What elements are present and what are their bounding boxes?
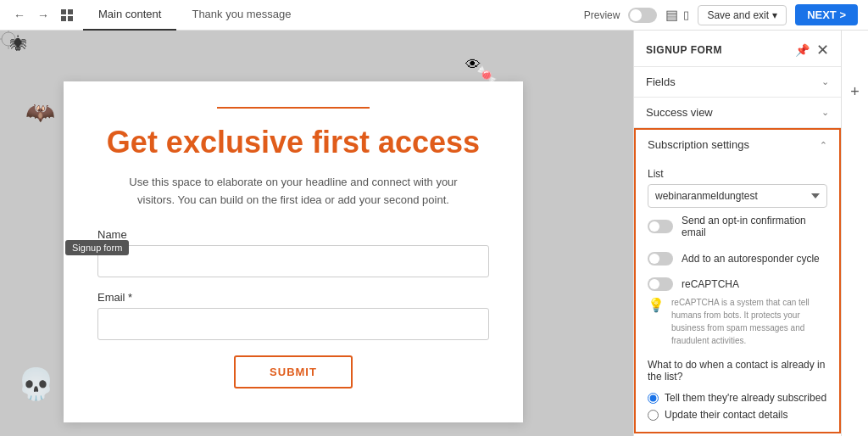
recaptcha-bulb-icon: 💡	[648, 297, 665, 313]
next-button[interactable]: NEXT >	[795, 4, 858, 25]
radio-already-label: Tell them they're already subscribed	[665, 392, 826, 404]
tab-thank-you[interactable]: Thank you message	[176, 0, 306, 31]
radio-update-contact[interactable]	[648, 410, 659, 421]
subscription-settings-label: Subscription settings	[648, 138, 749, 151]
tab-main-content[interactable]: Main content	[83, 0, 176, 31]
email-label: Email *	[97, 291, 489, 304]
form-subtext: Use this space to elaborate on your head…	[115, 174, 471, 210]
recaptcha-toggle[interactable]	[648, 277, 673, 291]
subscription-settings-header[interactable]: Subscription settings ⌄	[636, 130, 839, 159]
recaptcha-desc-row: 💡 reCAPTCHA is a system that can tell hu…	[648, 296, 827, 354]
subscription-chevron-icon: ⌄	[820, 139, 827, 150]
recaptcha-label: reCAPTCHA	[682, 278, 739, 290]
success-chevron-icon: ⌄	[821, 107, 829, 118]
topbar-right: Preview ▤ ▯ Save and exit ▾ NEXT >	[584, 4, 858, 25]
canvas-background: 🕷 🎃 🦇 🍬 🍭 💀 👁 Signup form Get exclusive …	[0, 31, 633, 436]
submit-button[interactable]: SUBMIT	[234, 355, 353, 388]
radio-update-label: Update their contact details	[665, 409, 787, 421]
right-panel: SIGNUP FORM 📌 ✕ Fields ⌄ Success view ⌄ …	[633, 31, 841, 436]
preview-toggle[interactable]	[628, 8, 657, 23]
eye-deco: 👁	[465, 56, 481, 74]
svg-rect-0	[61, 9, 66, 14]
save-exit-button[interactable]: Save and exit ▾	[698, 5, 787, 25]
forward-icon[interactable]: →	[34, 6, 53, 25]
desktop-icon[interactable]: ▤	[665, 7, 678, 23]
optin-toggle-row: Send an opt-in confirmation email	[648, 208, 827, 245]
svg-point-4	[2, 32, 15, 46]
device-icons: ▤ ▯	[665, 7, 689, 23]
skull-deco: 💀	[17, 366, 55, 402]
list-select[interactable]: webinaranmeldungtest	[648, 184, 827, 208]
panel-title: SIGNUP FORM	[646, 44, 722, 56]
form-card: Get exclusive first access Use this spac…	[64, 81, 523, 422]
success-view-header[interactable]: Success view ⌄	[634, 98, 841, 127]
radio-already-subscribed[interactable]	[648, 393, 659, 404]
email-field-group: Email *	[97, 291, 489, 340]
panel-header-icons: 📌 ✕	[795, 41, 829, 59]
autoresponder-toggle[interactable]	[648, 252, 673, 266]
panel-header: SIGNUP FORM 📌 ✕	[634, 31, 841, 67]
subscription-content: List webinaranmeldungtest Send an opt-in…	[636, 159, 839, 432]
canvas-area: 🕷 🎃 🦇 🍬 🍭 💀 👁 Signup form Get exclusive …	[0, 31, 633, 436]
list-label: List	[648, 168, 827, 180]
topbar: ← → Main content Thank you message Previ…	[0, 0, 868, 31]
radio-update-row: Update their contact details	[648, 406, 827, 423]
submit-wrap: SUBMIT	[97, 355, 489, 388]
back-icon[interactable]: ←	[10, 6, 29, 25]
subscription-settings-section: Subscription settings ⌄ List webinaranme…	[634, 128, 841, 433]
fields-section-label: Fields	[646, 75, 676, 88]
fields-section: Fields ⌄	[634, 67, 841, 98]
pin-icon[interactable]: 📌	[795, 43, 810, 57]
name-label: Name	[97, 228, 489, 241]
form-headline: Get exclusive first access	[97, 124, 489, 160]
topbar-left: ← → Main content Thank you message	[10, 0, 307, 31]
name-field-group: Name	[97, 228, 489, 277]
spider-deco: 🕷	[10, 35, 27, 54]
recaptcha-toggle-row: reCAPTCHA	[648, 272, 827, 296]
fields-chevron-icon: ⌄	[821, 76, 829, 87]
fields-section-header[interactable]: Fields ⌄	[634, 67, 841, 97]
svg-rect-2	[61, 16, 66, 21]
bat-deco: 🦇	[25, 98, 55, 126]
signup-form-tooltip: Signup form	[65, 240, 129, 255]
close-icon[interactable]: ✕	[816, 41, 829, 59]
mobile-icon[interactable]: ▯	[683, 8, 689, 21]
autoresponder-toggle-row: Add to an autoresponder cycle	[648, 245, 827, 272]
add-block-button[interactable]: +	[845, 81, 865, 102]
success-view-label: Success view	[646, 106, 713, 119]
content-tabs: Main content Thank you message	[83, 0, 307, 31]
email-input[interactable]	[97, 308, 489, 340]
optin-label: Send an opt-in confirmation email	[682, 215, 827, 238]
success-view-section: Success view ⌄	[634, 98, 841, 128]
main-area: 🕷 🎃 🦇 🍬 🍭 💀 👁 Signup form Get exclusive …	[0, 31, 868, 436]
optin-toggle[interactable]	[648, 220, 673, 233]
name-input[interactable]	[97, 245, 489, 277]
svg-rect-1	[68, 9, 73, 14]
recaptcha-description: reCAPTCHA is a system that can tell huma…	[671, 296, 827, 347]
svg-rect-3	[68, 16, 73, 21]
autoresponder-label: Add to an autoresponder cycle	[682, 253, 827, 265]
far-right-panel: +	[841, 31, 868, 436]
grid-icon[interactable]	[58, 6, 76, 25]
topbar-nav-icons: ← →	[10, 6, 76, 25]
preview-label: Preview	[584, 9, 620, 21]
radio-already-row: Tell them they're already subscribed	[648, 389, 827, 406]
spiderweb-deco	[0, 31, 68, 98]
form-divider	[217, 107, 370, 109]
contact-question-label: What to do when a contact is already in …	[648, 354, 827, 389]
